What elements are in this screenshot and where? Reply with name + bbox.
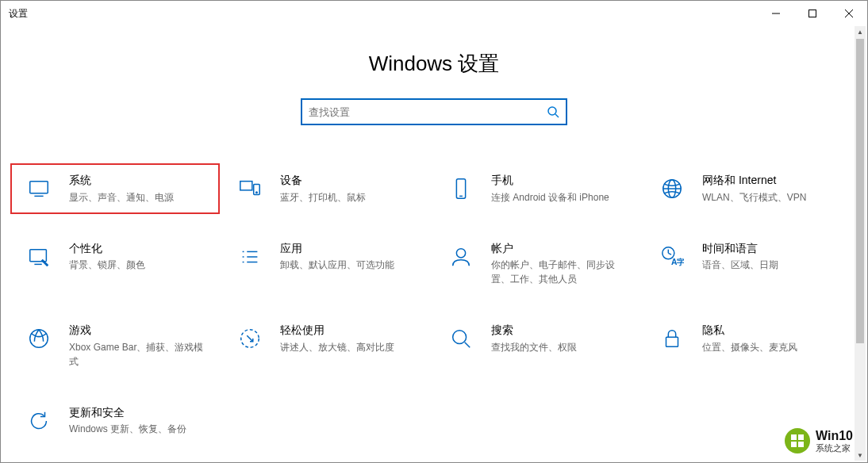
svg-rect-35	[791, 434, 797, 440]
tile-title: 搜索	[491, 323, 632, 339]
tile-desc: 卸载、默认应用、可选功能	[280, 258, 421, 272]
watermark-line1: Win10	[816, 429, 853, 443]
tile-title: 手机	[491, 173, 632, 189]
tile-desc: 显示、声音、通知、电源	[69, 190, 210, 205]
watermark-logo-icon	[784, 427, 811, 454]
svg-point-31	[453, 331, 467, 344]
tile-desc: 连接 Android 设备和 iPhone	[491, 190, 632, 205]
tile-title: 应用	[280, 241, 421, 257]
search-box[interactable]	[301, 98, 567, 125]
apps-icon	[236, 243, 264, 271]
ease-of-access-icon	[236, 324, 264, 353]
tile-title: 个性化	[69, 241, 210, 257]
svg-rect-16	[30, 249, 47, 261]
search-wrap	[1, 98, 867, 125]
svg-point-10	[256, 192, 258, 193]
update-icon	[25, 407, 53, 435]
tile-ease-of-access[interactable]: 轻松使用 讲述人、放大镜、高对比度	[223, 315, 429, 377]
tile-update-security[interactable]: 更新和安全 Windows 更新、恢复、备份	[12, 397, 218, 445]
tile-title: 设备	[280, 173, 421, 189]
tile-devices[interactable]: 设备 蓝牙、打印机、鼠标	[223, 165, 429, 212]
svg-point-24	[456, 248, 465, 257]
scroll-up-icon[interactable]: ▲	[855, 26, 866, 37]
settings-grid: 系统 显示、声音、通知、电源 设备 蓝牙、打印机、鼠标 手机 连接 Androi…	[1, 165, 867, 444]
tile-desc: WLAN、飞行模式、VPN	[702, 190, 843, 205]
person-icon	[447, 243, 475, 271]
phone-icon	[447, 174, 475, 203]
svg-line-32	[465, 342, 470, 348]
window-title: 设置	[9, 7, 28, 21]
tile-apps[interactable]: 应用 卸载、默认应用、可选功能	[223, 233, 429, 295]
tile-title: 时间和语言	[702, 241, 843, 257]
tile-desc: 语音、区域、日期	[702, 258, 843, 272]
tile-title: 更新和安全	[69, 405, 210, 421]
svg-rect-38	[798, 442, 804, 447]
tile-personalization[interactable]: 个性化 背景、锁屏、颜色	[12, 233, 218, 295]
svg-line-5	[555, 114, 559, 117]
globe-icon	[658, 174, 686, 203]
tile-desc: 背景、锁屏、颜色	[69, 258, 210, 272]
svg-line-27	[668, 253, 671, 254]
magnifier-icon	[447, 324, 475, 353]
search-icon	[547, 105, 559, 118]
tile-title: 网络和 Internet	[702, 173, 843, 189]
svg-text:A字: A字	[671, 258, 684, 266]
titlebar: 设置	[1, 1, 867, 26]
time-language-icon: A字	[658, 243, 686, 271]
tile-phone[interactable]: 手机 连接 Android 设备和 iPhone	[434, 165, 640, 212]
tile-search[interactable]: 搜索 查找我的文件、权限	[434, 315, 640, 377]
display-icon	[25, 174, 53, 203]
svg-rect-6	[30, 182, 48, 193]
window-controls	[758, 1, 867, 26]
svg-rect-37	[791, 442, 797, 447]
tile-system[interactable]: 系统 显示、声音、通知、电源	[12, 165, 218, 212]
personalization-icon	[25, 243, 53, 271]
tile-network[interactable]: 网络和 Internet WLAN、飞行模式、VPN	[645, 165, 851, 212]
tile-privacy[interactable]: 隐私 位置、摄像头、麦克风	[645, 315, 851, 377]
tile-desc: 讲述人、放大镜、高对比度	[280, 340, 421, 354]
tile-desc: 位置、摄像头、麦克风	[702, 340, 843, 354]
scrollbar-thumb[interactable]	[856, 39, 864, 343]
tile-desc: 蓝牙、打印机、鼠标	[280, 190, 421, 205]
lock-icon	[658, 324, 686, 353]
svg-rect-36	[798, 434, 804, 440]
tile-desc: 你的帐户、电子邮件、同步设置、工作、其他人员	[491, 258, 632, 286]
svg-rect-33	[666, 337, 678, 346]
svg-point-4	[548, 107, 556, 115]
close-button[interactable]	[831, 1, 867, 26]
svg-point-34	[785, 428, 810, 453]
page-title: Windows 设置	[1, 50, 867, 78]
tile-title: 系统	[69, 173, 210, 189]
scrollbar[interactable]: ▲ ▼	[855, 26, 866, 461]
tile-title: 帐户	[491, 241, 632, 257]
maximize-button[interactable]	[794, 1, 831, 26]
svg-rect-1	[809, 10, 816, 17]
tile-time-language[interactable]: A字 时间和语言 语音、区域、日期	[645, 233, 851, 295]
watermark: Win10 系统之家	[784, 427, 853, 454]
svg-point-29	[30, 330, 48, 348]
tile-desc: Xbox Game Bar、捕获、游戏模式	[69, 340, 210, 369]
tile-title: 游戏	[69, 323, 210, 339]
svg-rect-11	[456, 179, 465, 198]
tile-title: 轻松使用	[280, 323, 421, 339]
svg-rect-8	[240, 182, 252, 190]
tile-gaming[interactable]: 游戏 Xbox Game Bar、捕获、游戏模式	[12, 315, 218, 377]
tile-title: 隐私	[702, 323, 843, 339]
scroll-down-icon[interactable]: ▼	[855, 450, 866, 461]
watermark-line2: 系统之家	[816, 443, 853, 453]
devices-icon	[236, 174, 264, 203]
tile-desc: 查找我的文件、权限	[491, 340, 632, 354]
search-input[interactable]	[309, 106, 547, 118]
tile-desc: Windows 更新、恢复、备份	[69, 422, 210, 436]
gaming-icon	[25, 324, 53, 353]
minimize-button[interactable]	[758, 1, 794, 26]
tile-accounts[interactable]: 帐户 你的帐户、电子邮件、同步设置、工作、其他人员	[434, 233, 640, 295]
